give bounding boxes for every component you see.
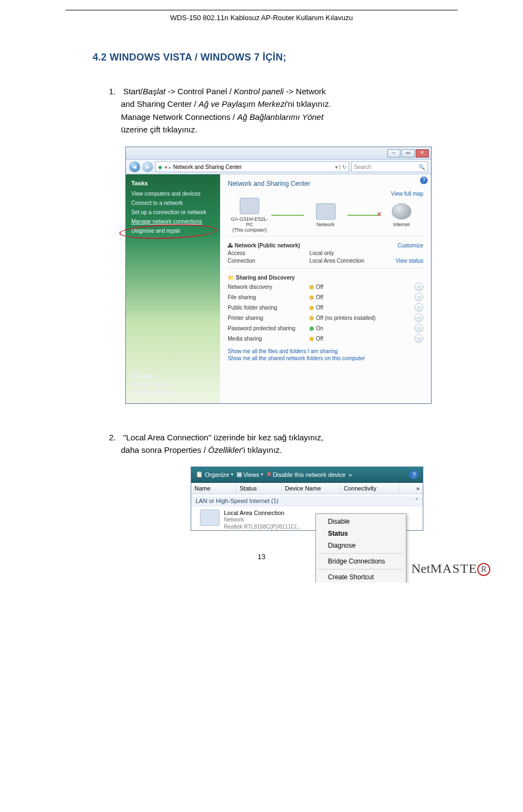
- sharing-value: Off: [309, 294, 415, 300]
- forward-button[interactable]: ►: [142, 161, 153, 172]
- sharing-row: Network discoveryOff⌄: [228, 282, 423, 291]
- node-network: Network: [304, 203, 348, 227]
- expand-button[interactable]: ⌄: [415, 293, 423, 301]
- col-connectivity[interactable]: Connectivity: [340, 483, 399, 494]
- nic-icon: [200, 510, 220, 526]
- node-internet: Internet: [380, 203, 423, 227]
- connection-value: Local Area Connection: [309, 258, 396, 264]
- organize-menu[interactable]: 📋 Organize ▾: [196, 471, 233, 478]
- sharing-key: Network discovery: [228, 284, 309, 290]
- back-button[interactable]: ◄: [129, 161, 140, 172]
- window-titlebar: – ▭ ✕: [126, 147, 431, 160]
- menu-bridge[interactable]: Bridge Connections: [316, 555, 406, 567]
- sharing-value: Off (no printers installed): [309, 315, 415, 321]
- sharing-key: Public folder sharing: [228, 305, 309, 311]
- sharing-key: File sharing: [228, 294, 309, 300]
- views-menu[interactable]: ▦ Views ▾: [236, 471, 263, 478]
- access-label: Access: [228, 250, 309, 256]
- expand-button[interactable]: ⌄: [415, 303, 423, 312]
- section-heading: 4.2 WINDOWS VISTA / WINDOWS 7 İÇİN;: [93, 52, 447, 63]
- column-headers: Name Status Device Name Connectivity »: [191, 483, 423, 494]
- connection-name: Local Area Connection: [224, 510, 301, 517]
- collapse-icon[interactable]: ˄: [415, 498, 418, 505]
- sharing-value: Off: [309, 284, 415, 290]
- computer-icon: [240, 198, 259, 214]
- doc-header: WDS-150 802.11n Kablosuz AP-Router Kulla…: [0, 14, 523, 22]
- link-line-icon: [271, 215, 304, 216]
- toolbar-overflow[interactable]: »: [349, 471, 352, 478]
- connection-label: Connection: [228, 258, 309, 264]
- see-also: See also Internet Options Windows Firewa…: [131, 371, 174, 398]
- task-view-computers[interactable]: View computers and devices: [131, 191, 216, 197]
- network-diagram: GA-G31M-ES2L-PC (This computer) Network …: [228, 199, 423, 232]
- task-connect-network[interactable]: Connect to a network: [131, 200, 216, 206]
- sharing-key: Printer sharing: [228, 315, 309, 321]
- close-button[interactable]: ✕: [416, 149, 429, 157]
- sharing-row: File sharingOff⌄: [228, 293, 423, 301]
- menu-status[interactable]: Status: [316, 528, 406, 540]
- sharing-row: Password protected sharingOn⌄: [228, 324, 423, 332]
- sharing-key: Password protected sharing: [228, 325, 309, 331]
- view-full-map-link[interactable]: View full map: [391, 191, 423, 197]
- menu-create-shortcut[interactable]: Create Shortcut: [316, 571, 406, 583]
- pane-title: Network and Sharing Center: [228, 180, 423, 187]
- connection-status: Network: [224, 517, 301, 524]
- address-bar: ◄ ► ◆ « Network and Sharing Center ▾ | ↻…: [126, 160, 431, 174]
- task-manage-connections[interactable]: Manage network connections: [131, 219, 216, 225]
- menu-separator: [318, 569, 404, 569]
- menu-disable[interactable]: Disable: [316, 516, 406, 528]
- sharing-key: Media sharing: [228, 336, 309, 342]
- globe-icon: [392, 203, 411, 220]
- sharing-row: Printer sharingOff (no printers installe…: [228, 313, 423, 322]
- col-overflow[interactable]: »: [399, 483, 423, 494]
- highlight-ellipse-icon: [119, 223, 217, 240]
- access-value: Local only: [309, 250, 423, 256]
- tasks-header: Tasks: [131, 180, 216, 186]
- step-1-text: Start/Başlat -> Control Panel / Kontrol …: [109, 87, 331, 134]
- screenshot-network-connections: 📋 Organize ▾ ▦ Views ▾ ✖ Disable this ne…: [191, 466, 423, 531]
- maximize-button[interactable]: ▭: [402, 149, 415, 157]
- network-icon: [316, 203, 336, 220]
- expand-button[interactable]: ⌄: [415, 324, 423, 332]
- col-name[interactable]: Name: [191, 483, 236, 494]
- broken-link-icon: [348, 215, 380, 216]
- col-device-name[interactable]: Device Name: [282, 483, 340, 494]
- expand-button[interactable]: ⌄: [415, 334, 423, 343]
- link-windows-firewall[interactable]: Windows Firewall: [131, 390, 174, 396]
- menu-diagnose[interactable]: Diagnose: [316, 540, 406, 552]
- step-1-number: 1.: [109, 85, 121, 98]
- registered-icon: R: [477, 563, 490, 576]
- main-pane: ? Network and Sharing Center View full m…: [220, 174, 431, 403]
- link-internet-options[interactable]: Internet Options: [131, 381, 174, 387]
- menu-separator: [318, 553, 404, 554]
- sharing-value: Off: [309, 336, 415, 342]
- node-this-computer: GA-G31M-ES2L-PC (This computer): [228, 198, 271, 233]
- expand-button[interactable]: ⌄: [415, 313, 423, 322]
- step-2: 2. "Local Area Connection" üzerinde bir …: [109, 431, 447, 457]
- help-icon[interactable]: ?: [420, 177, 428, 184]
- help-icon[interactable]: ?: [410, 470, 418, 479]
- expand-button[interactable]: ⌄: [415, 282, 423, 291]
- sharing-value: On: [309, 325, 415, 331]
- show-shared-folders-link[interactable]: Show me all the shared network folders o…: [228, 355, 423, 361]
- disable-device-button[interactable]: ✖ Disable this network device: [266, 471, 345, 478]
- connection-device: Realtek RTL8168C(P)/8111C(...: [224, 524, 301, 531]
- minimize-button[interactable]: –: [387, 149, 400, 157]
- context-menu: Disable Status Diagnose Bridge Connectio…: [315, 513, 406, 583]
- search-input[interactable]: Search 🔍: [351, 161, 428, 172]
- view-status-link[interactable]: View status: [396, 258, 423, 264]
- breadcrumb[interactable]: ◆ « Network and Sharing Center ▾ | ↻: [155, 161, 349, 172]
- task-setup-connection[interactable]: Set up a connection or network: [131, 209, 216, 215]
- page-number: 13: [0, 553, 523, 561]
- sharing-value: Off: [309, 305, 415, 311]
- show-files-link[interactable]: Show me all the files and folders I am s…: [228, 348, 423, 354]
- step-2-number: 2.: [109, 431, 121, 444]
- network-public-label: Network (Public network): [235, 243, 300, 249]
- group-header[interactable]: LAN or High-Speed Internet (1) ˄: [191, 496, 423, 506]
- sharing-row: Media sharingOff⌄: [228, 334, 423, 343]
- tasks-pane: Tasks View computers and devices Connect…: [126, 174, 220, 403]
- screenshot-network-sharing-center: – ▭ ✕ ◄ ► ◆ « Network and Sharing Center…: [125, 147, 431, 404]
- customize-link[interactable]: Customize: [398, 243, 423, 249]
- search-icon: 🔍: [418, 164, 425, 170]
- col-status[interactable]: Status: [236, 483, 282, 494]
